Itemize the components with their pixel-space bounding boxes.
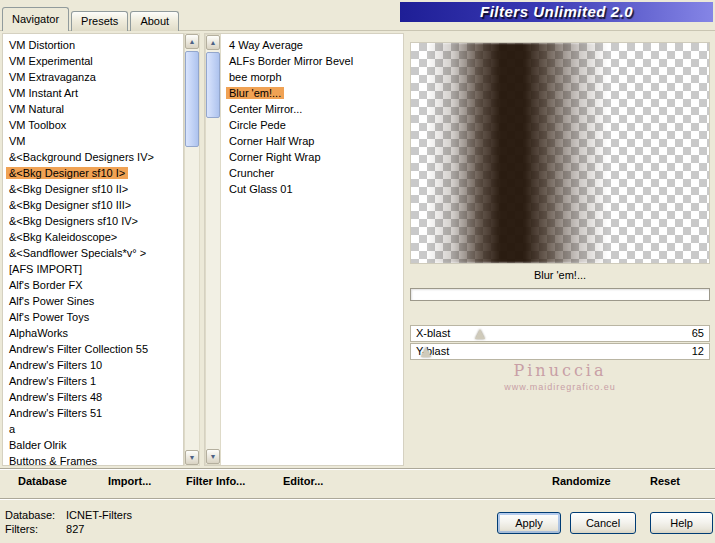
list-item[interactable]: Corner Right Wrap [223, 149, 403, 165]
list-item[interactable]: Andrew's Filters 10 [3, 357, 183, 373]
category-list: VM DistortionVM ExperimentalVM Extravaga… [2, 33, 184, 466]
list-item-label: Circle Pede [226, 119, 289, 131]
list-item[interactable]: &<Bkg Kaleidoscope> [3, 229, 183, 245]
editor-button[interactable]: Editor... [283, 475, 323, 487]
tab-presets[interactable]: Presets [71, 11, 128, 31]
list-item[interactable]: &<Sandflower Specials*v° > [3, 245, 183, 261]
filter-scrollbar[interactable]: ▲ ▼ [205, 34, 221, 465]
list-item-label: Corner Half Wrap [226, 135, 317, 147]
database-button[interactable]: Database [18, 475, 67, 487]
list-item-label: VM Experimental [6, 55, 96, 67]
filters-unlimited-dialog: Navigator Presets About Filters Unlimite… [0, 0, 715, 543]
list-item[interactable]: VM Distortion [3, 37, 183, 53]
list-item[interactable]: VM Natural [3, 101, 183, 117]
list-item[interactable]: Andrew's Filter Collection 55 [3, 341, 183, 357]
list-item-label: Cut Glass 01 [226, 183, 296, 195]
list-item[interactable]: Blur 'em!... [223, 85, 403, 101]
list-item[interactable]: Andrew's Filters 1 [3, 373, 183, 389]
list-item-label: &<Bkg Designer sf10 III> [6, 199, 134, 211]
status-filters-label: Filters: [5, 523, 63, 535]
statusbar-divider [0, 498, 715, 500]
list-item[interactable]: VM [3, 133, 183, 149]
list-item[interactable]: VM Experimental [3, 53, 183, 69]
list-item[interactable]: &<Bkg Designer sf10 II> [3, 181, 183, 197]
scroll-down-icon[interactable]: ▼ [206, 449, 220, 464]
scroll-up-icon[interactable]: ▲ [206, 35, 220, 50]
filter-info-button[interactable]: Filter Info... [186, 475, 245, 487]
apply-button[interactable]: Apply [497, 512, 561, 534]
list-item-label: VM Instant Art [6, 87, 81, 99]
list-item[interactable]: VM Extravaganza [3, 69, 183, 85]
list-item-label: &<Bkg Designer sf10 I> [6, 167, 128, 179]
list-item[interactable]: &<Bkg Designers sf10 IV> [3, 213, 183, 229]
list-item[interactable]: a [3, 421, 183, 437]
list-item[interactable]: Cruncher [223, 165, 403, 181]
category-scrollbar[interactable]: ▲ ▼ [184, 33, 200, 466]
watermark-name: Pinuccia [410, 361, 710, 380]
list-item[interactable]: Cut Glass 01 [223, 181, 403, 197]
list-item[interactable]: VM Instant Art [3, 85, 183, 101]
param-value: 12 [692, 344, 704, 359]
status-filters: Filters: 827 [5, 523, 84, 535]
preview-blur-streak [411, 43, 709, 263]
list-item-label: &<Sandflower Specials*v° > [6, 247, 149, 259]
list-item-label: &<Bkg Kaleidoscope> [6, 231, 120, 243]
slider-thumb[interactable] [475, 329, 485, 339]
list-item[interactable]: Buttons & Frames [3, 453, 183, 466]
param-name: X-blast [416, 326, 450, 341]
scrollbar-thumb[interactable] [185, 51, 199, 147]
app-title-banner: Filters Unlimited 2.0 [400, 2, 713, 22]
list-item[interactable]: Balder Olrik [3, 437, 183, 453]
list-item[interactable]: [AFS IMPORT] [3, 261, 183, 277]
list-item-label: AlphaWorks [6, 327, 71, 339]
import-button[interactable]: Import... [108, 475, 151, 487]
list-item[interactable]: &<Background Designers IV> [3, 149, 183, 165]
list-item[interactable]: VM Toolbox [3, 117, 183, 133]
scroll-up-icon[interactable]: ▲ [185, 34, 199, 49]
list-item-label: Buttons & Frames [6, 455, 100, 466]
scroll-down-icon[interactable]: ▼ [185, 450, 199, 465]
list-item[interactable]: &<Bkg Designer sf10 I> [3, 165, 183, 181]
list-item-label: Corner Right Wrap [226, 151, 324, 163]
param-slider-x-blast[interactable]: X-blast65 [410, 325, 710, 342]
list-item[interactable]: Alf's Border FX [3, 277, 183, 293]
list-item-label: VM Toolbox [6, 119, 69, 131]
filter-preview [410, 42, 710, 264]
list-item[interactable]: Circle Pede [223, 117, 403, 133]
param-rows: X-blast65Y-blast12 [410, 325, 710, 361]
list-item-label: Blur 'em!... [226, 87, 284, 99]
slider-thumb[interactable] [421, 347, 431, 357]
list-item-label: Alf's Power Toys [6, 311, 92, 323]
list-item-label: Cruncher [226, 167, 277, 179]
help-button[interactable]: Help [650, 512, 713, 534]
list-item[interactable]: &<Bkg Designer sf10 III> [3, 197, 183, 213]
list-item[interactable]: Andrew's Filters 51 [3, 405, 183, 421]
list-item[interactable]: Corner Half Wrap [223, 133, 403, 149]
render-progress-bar [410, 288, 710, 301]
param-slider-y-blast[interactable]: Y-blast12 [410, 343, 710, 360]
scrollbar-thumb[interactable] [206, 52, 220, 118]
reset-button[interactable]: Reset [650, 475, 680, 487]
list-item[interactable]: Andrew's Filters 48 [3, 389, 183, 405]
tab-navigator[interactable]: Navigator [2, 7, 69, 31]
list-item-label: 4 Way Average [226, 39, 306, 51]
list-item-label: Andrew's Filters 48 [6, 391, 105, 403]
list-item[interactable]: Alf's Power Sines [3, 293, 183, 309]
randomize-button[interactable]: Randomize [552, 475, 611, 487]
list-item[interactable]: AlphaWorks [3, 325, 183, 341]
tab-about[interactable]: About [130, 11, 179, 31]
list-item-label: VM Natural [6, 103, 67, 115]
list-item-label: bee morph [226, 71, 285, 83]
list-item-label: Andrew's Filters 1 [6, 375, 99, 387]
list-item[interactable]: ALFs Border Mirror Bevel [223, 53, 403, 69]
toolbar-divider [0, 468, 715, 470]
list-item[interactable]: 4 Way Average [223, 37, 403, 53]
tab-bar: Navigator Presets About [2, 7, 181, 31]
status-database-label: Database: [5, 509, 63, 521]
cancel-button[interactable]: Cancel [570, 512, 636, 534]
list-item[interactable]: Center Mirror... [223, 101, 403, 117]
list-item-label: &<Background Designers IV> [6, 151, 157, 163]
list-item-label: [AFS IMPORT] [6, 263, 85, 275]
list-item[interactable]: Alf's Power Toys [3, 309, 183, 325]
list-item[interactable]: bee morph [223, 69, 403, 85]
